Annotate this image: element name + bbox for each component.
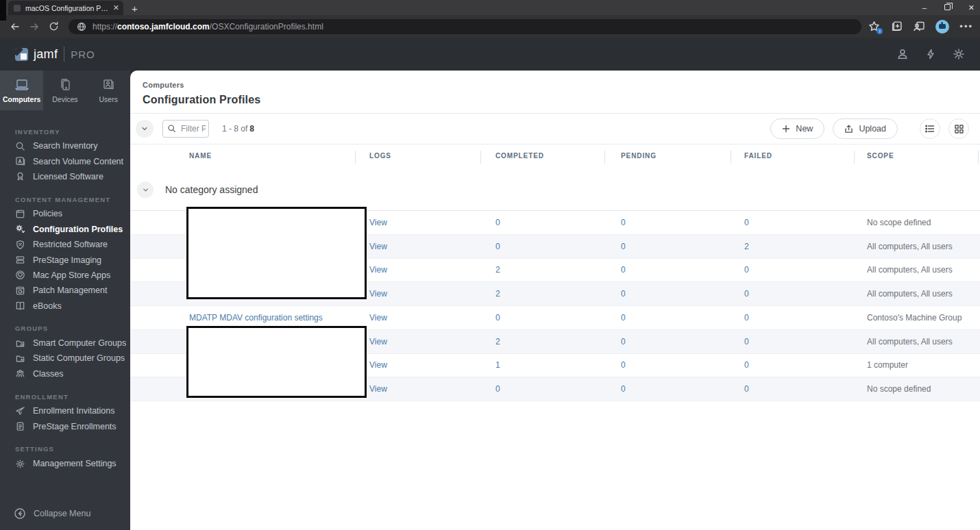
failed-count[interactable]: 2: [744, 242, 749, 251]
users-card-icon: [101, 78, 115, 92]
collapse-arrow-icon: [14, 507, 26, 520]
pending-count[interactable]: 0: [621, 289, 626, 299]
logs-link[interactable]: View: [369, 265, 387, 275]
sidebar-item-prestage-enrollments[interactable]: PreStage Enrollments: [0, 418, 130, 433]
restore-button[interactable]: [944, 3, 951, 12]
filter-box: [162, 120, 209, 138]
scope-text: All computers, All users: [867, 242, 953, 251]
sidebar-item-restricted-software[interactable]: Restricted Software: [0, 237, 130, 252]
sidebar-item-classes[interactable]: Classes: [0, 366, 130, 381]
completed-count[interactable]: 1: [495, 360, 500, 370]
quick-actions-icon[interactable]: [925, 48, 936, 60]
sidebar-item-ebooks[interactable]: eBooks: [0, 299, 130, 314]
collapse-menu-button[interactable]: Collapse Menu: [0, 497, 130, 530]
sidebar-item-search-inventory[interactable]: Search Inventory: [0, 138, 130, 153]
logs-link[interactable]: View: [369, 242, 387, 251]
tab-close-icon[interactable]: ✕: [113, 3, 119, 12]
new-tab-button[interactable]: +: [132, 3, 138, 14]
brand-suffix: PRO: [71, 49, 95, 60]
close-button[interactable]: ✕: [968, 3, 975, 12]
sidebar-item-smart-computer-groups[interactable]: Smart Computer Groups: [0, 336, 130, 351]
group-collapse-button[interactable]: [137, 181, 154, 198]
search-icon: [15, 141, 25, 151]
sidebar-item-policies[interactable]: Policies: [0, 206, 130, 221]
sidebar-item-patch-management[interactable]: Patch Management: [0, 283, 130, 298]
col-failed[interactable]: FAILED: [744, 152, 772, 160]
failed-count[interactable]: 0: [744, 360, 749, 370]
completed-count[interactable]: 2: [495, 265, 500, 275]
failed-count[interactable]: 0: [744, 337, 749, 346]
browser-tab[interactable]: macOS Configuration Profiles** ✕: [8, 1, 123, 15]
logs-link[interactable]: View: [369, 313, 387, 323]
collections-icon[interactable]: [891, 21, 903, 32]
sidebar-item-management-settings[interactable]: Management Settings: [0, 456, 130, 471]
grid-view-button[interactable]: [948, 118, 969, 139]
profile-avatar[interactable]: [935, 20, 949, 34]
sidebar-item-licensed-software[interactable]: Licensed Software: [0, 169, 130, 184]
tab-devices[interactable]: Devices: [43, 71, 86, 110]
url-text: https://contoso.jamfcloud.com/OSXConfigu…: [93, 22, 323, 31]
browser-menu-icon[interactable]: •••: [959, 21, 973, 31]
pending-count[interactable]: 0: [621, 242, 626, 251]
back-button[interactable]: [5, 18, 25, 35]
minimize-button[interactable]: –: [922, 3, 927, 12]
imaging-server-icon: [15, 255, 25, 265]
scope-text: All computers, All users: [867, 289, 953, 299]
browser-essentials-icon[interactable]: [913, 21, 925, 32]
completed-count[interactable]: 0: [495, 242, 500, 251]
tab-computers[interactable]: Computers: [0, 71, 43, 110]
sidebar-item-enrollment-invitations[interactable]: Enrollment Invitations: [0, 403, 130, 418]
profile-name-link[interactable]: MDATP MDAV configuration settings: [189, 313, 323, 323]
failed-count[interactable]: 0: [744, 289, 749, 299]
brand-name: jamf: [34, 47, 58, 62]
sidebar-item-configuration-profiles[interactable]: Configuration Profiles: [0, 222, 130, 237]
group-label: No category assigned: [165, 184, 258, 195]
browser-tabstrip: macOS Configuration Profiles** ✕ + – ✕: [0, 0, 980, 15]
completed-count[interactable]: 0: [495, 313, 500, 323]
collapse-all-button[interactable]: [136, 120, 154, 138]
failed-count[interactable]: 0: [744, 218, 749, 227]
logs-link[interactable]: View: [369, 337, 387, 346]
col-completed[interactable]: COMPLETED: [495, 152, 544, 160]
completed-count[interactable]: 0: [495, 218, 500, 227]
pending-count[interactable]: 0: [621, 384, 626, 394]
sidebar-item-static-computer-groups[interactable]: Static Computer Groups: [0, 351, 130, 366]
col-pending[interactable]: PENDING: [621, 152, 657, 160]
failed-count[interactable]: 0: [744, 384, 749, 394]
pending-count[interactable]: 0: [621, 265, 626, 275]
completed-count[interactable]: 2: [495, 337, 500, 346]
col-logs[interactable]: LOGS: [369, 152, 391, 160]
address-bar[interactable]: https://contoso.jamfcloud.com/OSXConfigu…: [69, 19, 861, 34]
sidebar-item-mac-app-store-apps[interactable]: Mac App Store Apps: [0, 268, 130, 283]
sidebar-item-prestage-imaging[interactable]: PreStage Imaging: [0, 252, 130, 267]
completed-count[interactable]: 0: [495, 384, 500, 394]
logs-link[interactable]: View: [369, 218, 387, 227]
pending-count[interactable]: 0: [621, 337, 626, 346]
logs-link[interactable]: View: [369, 384, 387, 394]
completed-count[interactable]: 2: [495, 289, 500, 299]
settings-gear-icon[interactable]: [953, 48, 965, 60]
list-view-button[interactable]: [920, 118, 940, 139]
logs-link[interactable]: View: [369, 289, 387, 299]
pending-count[interactable]: 0: [621, 360, 626, 370]
failed-count[interactable]: 0: [744, 265, 749, 275]
site-info-globe-icon[interactable]: [77, 22, 86, 31]
new-button[interactable]: New: [770, 118, 824, 139]
failed-count[interactable]: 0: [744, 313, 749, 323]
jamf-header: jamf PRO: [0, 38, 980, 71]
sidebar-item-search-volume-content[interactable]: Search Volume Content: [0, 153, 130, 168]
logs-link[interactable]: View: [369, 360, 387, 370]
account-icon[interactable]: [896, 48, 909, 60]
upload-button[interactable]: Upload: [833, 118, 898, 139]
pending-count[interactable]: 0: [621, 218, 626, 227]
section-settings: SETTINGS: [0, 442, 130, 456]
pending-count[interactable]: 0: [621, 313, 626, 323]
col-scope[interactable]: SCOPE: [867, 152, 894, 160]
breadcrumb: Computers: [143, 81, 980, 89]
forward-button[interactable]: [25, 18, 44, 35]
favorites-star-icon[interactable]: i: [868, 21, 881, 33]
tab-users[interactable]: Users: [87, 71, 130, 110]
column-separator: [355, 151, 356, 164]
col-name[interactable]: NAME: [189, 152, 212, 160]
reload-button[interactable]: [44, 18, 63, 35]
